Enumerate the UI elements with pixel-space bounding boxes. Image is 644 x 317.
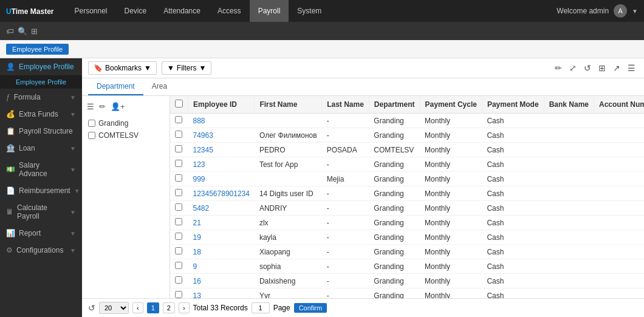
row-department: Granding: [369, 201, 420, 216]
employee-id-link[interactable]: 13: [193, 291, 201, 299]
row-department: Granding: [369, 274, 420, 288]
toolbar-left: 🔖 Bookmarks ▼ ▼ Filters ▼: [88, 61, 211, 75]
columns-icon-btn[interactable]: ⊞: [596, 62, 608, 74]
chevron-down-icon[interactable]: ▼: [632, 8, 638, 15]
refresh-icon-btn[interactable]: ↺: [581, 62, 594, 74]
row-checkbox[interactable]: [175, 247, 182, 254]
calculate-payroll-icon: 🖩: [6, 208, 13, 216]
nav-attendance[interactable]: Attendance: [155, 0, 209, 22]
page-1-btn[interactable]: 1: [147, 302, 159, 313]
employee-id-link[interactable]: 123: [193, 160, 205, 169]
employee-id-link[interactable]: 19: [193, 233, 201, 242]
bookmarks-button[interactable]: 🔖 Bookmarks ▼: [88, 61, 157, 75]
expand-icon-btn[interactable]: ⤢: [567, 62, 579, 74]
row-employee-id: 999: [188, 172, 255, 186]
go-btn[interactable]: Confirm: [294, 303, 327, 313]
sidebar-item-report[interactable]: 📊 Report ▼: [0, 225, 82, 242]
row-payment-mode: Cash: [482, 172, 544, 186]
row-checkbox[interactable]: [175, 189, 182, 196]
row-department: Granding: [369, 288, 420, 299]
row-employee-id: 19: [188, 230, 255, 245]
dept-item-comtelsv[interactable]: COMTELSV: [86, 129, 166, 141]
employee-id-link[interactable]: 9: [193, 262, 197, 271]
sidebar-item-calculate-payroll[interactable]: 🖩 Calculate Payroll ▼: [0, 199, 82, 225]
row-checkbox[interactable]: [175, 291, 182, 298]
row-payment-cycle: Monthly: [420, 114, 482, 128]
page-2-btn[interactable]: 2: [163, 302, 175, 313]
row-checkbox[interactable]: [175, 233, 182, 240]
employee-id-link[interactable]: 12345: [193, 146, 213, 154]
breadcrumb-tab[interactable]: Employee Profile: [6, 44, 69, 55]
sidebar-item-payroll-structure[interactable]: 📋 Payroll Structure: [0, 123, 82, 140]
sidebar-item-configurations[interactable]: ⚙ Configurations ▼: [0, 242, 82, 259]
select-all-checkbox[interactable]: [175, 100, 183, 107]
employee-id-link[interactable]: 5482: [193, 204, 210, 213]
sidebar-item-employee-profile[interactable]: 👤 Employee Profile: [0, 58, 82, 75]
nav-device[interactable]: Device: [116, 0, 156, 22]
sidebar-sub-item-employee-profile[interactable]: Employee Profile: [0, 75, 82, 89]
sidebar-item-formula[interactable]: ƒ Formula ▼: [0, 89, 82, 106]
row-payment-cycle: Monthly: [420, 186, 482, 201]
row-checkbox[interactable]: [175, 276, 182, 284]
employee-id-link[interactable]: 16: [193, 277, 201, 285]
row-checkbox[interactable]: [175, 145, 182, 152]
employee-id-link[interactable]: 74963: [193, 131, 213, 140]
sidebar-item-reimbursement[interactable]: 📄 Reimbursement ▼: [0, 182, 82, 199]
search-icon[interactable]: 🔍: [18, 27, 27, 36]
row-checkbox[interactable]: [175, 203, 182, 211]
next-page-btn[interactable]: ›: [179, 302, 190, 313]
nav-access[interactable]: Access: [209, 0, 250, 22]
page-size-select[interactable]: 20 50 100: [99, 302, 129, 314]
row-department: COMTELSV: [369, 143, 420, 157]
row-checkbox[interactable]: [175, 116, 182, 123]
row-checkbox[interactable]: [175, 131, 182, 138]
nav-personnel[interactable]: Personnel: [66, 0, 115, 22]
pagination-refresh-btn[interactable]: ↺: [88, 303, 95, 313]
row-first-name: Xiaopang: [255, 245, 322, 259]
row-payment-cycle: Monthly: [420, 128, 482, 143]
employee-id-link[interactable]: 18: [193, 248, 201, 256]
employee-profile-icon: 👤: [6, 63, 15, 71]
employee-id-link[interactable]: 999: [193, 175, 205, 183]
row-last-name: -: [322, 157, 369, 172]
sidebar-item-loan[interactable]: 🏦 Loan ▼: [0, 140, 82, 157]
row-payment-mode: Cash: [482, 274, 544, 288]
row-checkbox[interactable]: [175, 160, 182, 167]
page-input[interactable]: [252, 302, 270, 313]
sidebar-label-configurations: Configurations: [16, 246, 63, 254]
tag-icon[interactable]: 🏷: [6, 27, 14, 36]
row-account-number: [594, 274, 645, 288]
row-checkbox[interactable]: [175, 218, 182, 225]
row-checkbox[interactable]: [175, 174, 182, 182]
tab-department[interactable]: Department: [88, 78, 143, 95]
row-department: Granding: [369, 114, 420, 128]
grid-icon[interactable]: ⊞: [31, 27, 38, 36]
sidebar-item-extra-funds[interactable]: 💰 Extra Funds ▼: [0, 106, 82, 123]
edit-icon-btn[interactable]: ✏: [552, 62, 564, 74]
nav-system[interactable]: System: [289, 0, 330, 22]
employee-id-link[interactable]: 12345678901234: [193, 189, 250, 198]
left-panel-icons: ☰ ✏ 👤+: [86, 101, 166, 112]
row-last-name: -: [322, 259, 369, 274]
toolbar: 🔖 Bookmarks ▼ ▼ Filters ▼ ✏ ⤢ ↺ ⊞ ↗ ☰: [82, 58, 644, 78]
col-checkbox: [170, 96, 188, 114]
dept-checkbox-comtelsv[interactable]: [88, 132, 95, 139]
edit-dept-icon-btn[interactable]: ✏: [98, 101, 107, 112]
filters-chevron-icon: ▼: [199, 64, 206, 72]
row-checkbox[interactable]: [175, 262, 182, 269]
configurations-icon: ⚙: [6, 246, 13, 254]
add-dept-icon-btn[interactable]: 👤+: [109, 101, 126, 112]
prev-page-btn[interactable]: ‹: [132, 302, 143, 313]
dept-checkbox-granding[interactable]: [88, 120, 95, 127]
nav-payroll[interactable]: Payroll: [250, 0, 289, 22]
tab-area[interactable]: Area: [143, 78, 176, 95]
share-icon-btn[interactable]: ↗: [611, 62, 623, 74]
employee-id-link[interactable]: 21: [193, 219, 201, 227]
filters-button[interactable]: ▼ Filters ▼: [162, 61, 211, 75]
dept-item-granding[interactable]: Granding: [86, 117, 166, 129]
user-avatar[interactable]: A: [614, 4, 627, 18]
employee-id-link[interactable]: 888: [193, 117, 205, 125]
list-icon-btn[interactable]: ☰: [86, 101, 95, 112]
sidebar-item-salary-advance[interactable]: 💵 Salary Advance ▼: [0, 157, 82, 182]
menu-icon-btn[interactable]: ☰: [625, 62, 638, 74]
